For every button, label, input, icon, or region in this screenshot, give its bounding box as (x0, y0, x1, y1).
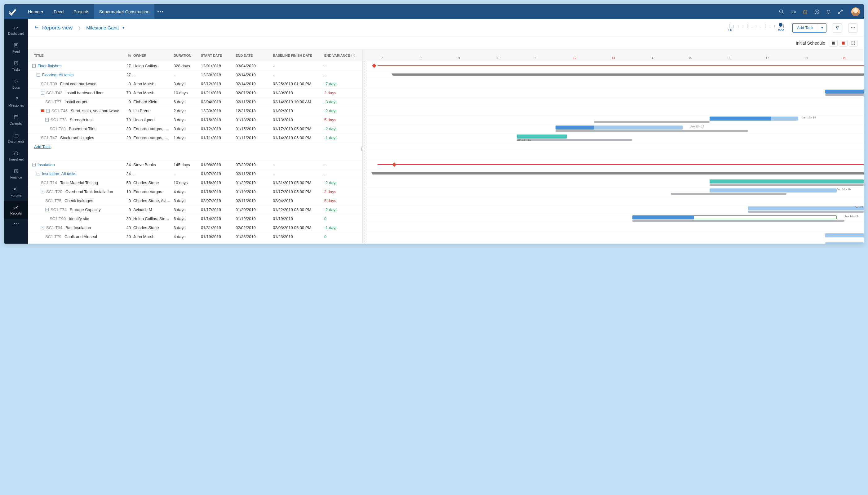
table-row[interactable]: SC1-T14Tank Material Testing50Charles St… (28, 178, 362, 187)
table-row[interactable]: −SC1-T78Strength test70Unassigned3 days0… (28, 115, 362, 124)
gantt-bar[interactable] (710, 117, 771, 121)
rail-milestones[interactable]: Milestones (4, 93, 28, 111)
rail-more-icon[interactable] (10, 219, 22, 228)
task-title[interactable]: Stock roof shingles (60, 135, 94, 140)
gantt-row[interactable] (363, 70, 864, 79)
table-row[interactable]: −SC1-T74Storage Capacity0Avinash M3 days… (28, 205, 362, 214)
filter-button[interactable] (833, 23, 842, 33)
gantt-bar[interactable] (378, 164, 864, 165)
help-icon[interactable]: ? (351, 54, 355, 57)
table-row[interactable]: SC1-T39Final coat hardwood0John Marsh3 d… (28, 79, 362, 88)
table-row[interactable]: −Flooring- All tasks27--12/30/201802/14/… (28, 70, 362, 79)
nav-projects[interactable]: Projects (69, 4, 94, 19)
gantt-row[interactable] (363, 79, 864, 88)
rail-dashboard[interactable]: Dashboard (4, 21, 28, 39)
gantt-bar[interactable] (748, 211, 864, 212)
task-title[interactable]: Batt Insulation (65, 225, 91, 230)
task-title[interactable]: Caulk and Air seal (65, 234, 97, 239)
task-title[interactable]: Sand, stain, seal hardwood (71, 108, 119, 113)
rail-bugs[interactable]: Bugs (4, 75, 28, 93)
gantt-row[interactable] (363, 196, 864, 205)
gantt-row[interactable] (363, 88, 864, 97)
gantt-bar[interactable] (373, 172, 864, 174)
more-options-button[interactable] (848, 23, 857, 33)
col-pct[interactable]: % (121, 54, 133, 57)
gantt-bar[interactable]: Jan 16 - 18 (802, 116, 816, 119)
gantt-bar[interactable] (748, 206, 864, 210)
table-row[interactable]: SC1-T79Caulk and Air seal20John Marsh4 d… (28, 232, 362, 241)
table-row[interactable]: −Floor finishes27Helen Collins328 days12… (28, 62, 362, 70)
gantt-row[interactable] (363, 106, 864, 115)
gantt-row[interactable] (363, 223, 864, 232)
table-row[interactable]: SC1-T47Stock roof shingles20Eduardo Varg… (28, 133, 362, 142)
rail-feed[interactable]: Feed (4, 39, 28, 57)
gantt-bar[interactable] (556, 130, 748, 132)
table-row[interactable]: SC1-T89Basement Tiles30Eduardo Vargas, H… (28, 124, 362, 133)
gantt-bar[interactable] (825, 89, 864, 93)
gantt-bar[interactable] (710, 184, 864, 186)
rail-reports[interactable]: Reports (4, 201, 28, 219)
gantt-bar[interactable]: Jan 11 - 11 (517, 138, 531, 141)
app-logo[interactable] (8, 7, 17, 16)
task-title[interactable]: Final coat hardwood (60, 82, 97, 86)
gantt-row[interactable]: Jan 12 - 15 (363, 124, 864, 133)
add-task-link[interactable]: Add Task (34, 144, 51, 149)
gantt-row[interactable] (363, 97, 864, 106)
task-title[interactable]: Storage Capacity (70, 207, 101, 212)
clock-alert-icon[interactable] (802, 9, 808, 15)
table-row[interactable]: −SC1-T34Batt Insulation40Charles Stone3 … (28, 223, 362, 232)
gantt-row[interactable] (363, 142, 864, 151)
col-duration[interactable]: DURATION (174, 54, 201, 57)
task-title[interactable]: Tank Material Testing (60, 181, 98, 185)
tools-icon[interactable] (838, 9, 843, 15)
gantt-row[interactable] (363, 151, 864, 160)
gantt-row[interactable]: Jan 16 - 18 (363, 115, 864, 124)
add-task-button[interactable]: Add Task ▼ (793, 23, 827, 33)
gantt-row[interactable]: Jan 14 - 19 (363, 214, 864, 223)
export-excel-icon[interactable] (829, 40, 838, 47)
gantt-bar[interactable]: Jan 17 (855, 206, 863, 209)
gantt-bar[interactable]: Jan 16 - 19 (837, 188, 851, 191)
col-start[interactable]: START DATE (201, 54, 236, 57)
search-icon[interactable] (779, 9, 784, 15)
task-title[interactable]: Draft and Fire stop (60, 243, 93, 244)
nav-feed[interactable]: Feed (49, 4, 69, 19)
task-title[interactable]: Floor finishes (37, 64, 62, 68)
task-title[interactable]: Install hardwood floor (65, 90, 104, 95)
gantt-bar[interactable] (556, 125, 594, 130)
gantt-bar[interactable] (825, 242, 864, 244)
gantt-row[interactable] (363, 169, 864, 178)
collapse-toggle[interactable]: − (41, 226, 44, 229)
nav-home[interactable]: Home▼ (23, 4, 49, 19)
gantt-row[interactable] (363, 232, 864, 241)
gantt-bar[interactable] (594, 121, 710, 123)
collapse-toggle[interactable]: − (37, 172, 40, 175)
gamepad-icon[interactable] (790, 9, 796, 15)
table-row[interactable]: −Insulation- All tasks34--01/07/201902/1… (28, 169, 362, 178)
col-variance[interactable]: END VARIANCE? (324, 54, 358, 57)
collapse-toggle[interactable]: − (37, 73, 40, 76)
table-row[interactable]: −SC1-T20Overhead Tank Installation10Edua… (28, 187, 362, 196)
col-title[interactable]: TITLE (28, 54, 121, 57)
gantt-bar[interactable]: Jan 14 - 19 (845, 215, 858, 218)
rail-documents[interactable]: Documents (4, 129, 28, 147)
gantt-row[interactable]: Jan 16 - 19 (363, 187, 864, 196)
gantt-bar[interactable] (517, 139, 632, 141)
task-title[interactable]: Insulation- All tasks (42, 171, 76, 176)
rail-calendar[interactable]: Calendar (4, 111, 28, 129)
zoom-slider[interactable]: FITMAX (729, 23, 784, 32)
nav-project-current[interactable]: Supermarket Construction (94, 4, 155, 19)
gantt-bar[interactable] (393, 73, 864, 75)
table-row[interactable]: −SC1-T46Sand, stain, seal hardwood0Lin B… (28, 106, 362, 115)
zoom-thumb[interactable] (779, 23, 782, 27)
bell-icon[interactable] (826, 9, 831, 15)
gantt-row[interactable]: Jan 17 (363, 205, 864, 214)
collapse-toggle[interactable]: − (41, 190, 44, 193)
collapse-toggle[interactable]: − (45, 208, 49, 211)
breadcrumb-milestone-gantt[interactable]: Milestone Gantt ▼ (86, 25, 125, 30)
gantt-bar[interactable] (632, 220, 845, 222)
gantt-bar[interactable] (825, 234, 864, 237)
gantt-row[interactable] (363, 160, 864, 169)
table-row[interactable]: −SC1-T42Install hardwood floor70John Mar… (28, 88, 362, 97)
task-title[interactable]: Strength test (70, 118, 93, 122)
